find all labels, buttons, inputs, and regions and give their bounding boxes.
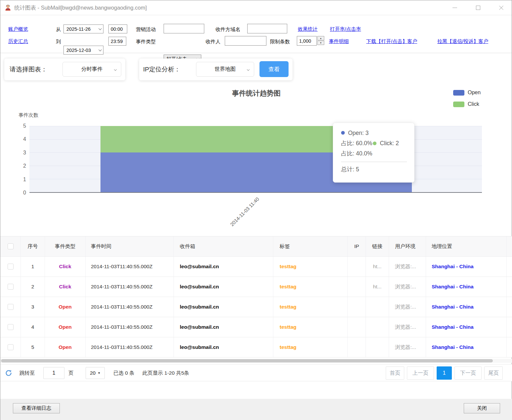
header-tag: 标签: [273, 236, 348, 256]
open-click-rate-link[interactable]: 打开率/点击率: [330, 26, 361, 32]
minimize-icon: [453, 8, 457, 8]
row-checkbox[interactable]: [8, 344, 14, 350]
page-size-select[interactable]: 20 ▼: [86, 367, 105, 379]
spinner-down-button[interactable]: ▼: [317, 41, 324, 45]
select-all-cell: [0, 236, 21, 256]
history-summary-link[interactable]: 历史汇总: [8, 38, 28, 45]
window-title: 统计图表 - SubMail[bwgd@news.bangwogaoding.c…: [14, 0, 147, 15]
geo-cell: Shanghai - China: [426, 277, 507, 297]
blacklist-customers-link[interactable]: 拉黑【退信/投诉】客户: [437, 38, 488, 45]
ip-cell: [348, 317, 366, 337]
app-window: 统计图表 - SubMail[bwgd@news.bangwogaoding.c…: [0, 0, 512, 420]
legend-item-open[interactable]: Open: [453, 90, 481, 96]
events-table: 序号 事件类型 事件时间 收件箱 标签 IP 链接 用户环境 地理位置 消 1 …: [0, 236, 512, 357]
event-time-cell: 2014-11-03T11:40:55.000Z: [86, 257, 174, 276]
scrollbar-thumb[interactable]: [1, 359, 493, 362]
chart-type-dropdown[interactable]: 分时事件: [62, 62, 121, 77]
view-log-button[interactable]: 查看详细日志: [13, 403, 60, 413]
recipient-input[interactable]: [225, 36, 266, 46]
mailbox-cell: leo@submail.cn: [174, 257, 273, 276]
download-customers-link[interactable]: 下载【打开/点击】客户: [366, 38, 417, 45]
chart-tooltip: Open: 3 占比: 60.0%Click: 2 占比: 40.0% 总计: …: [333, 123, 414, 183]
tooltip-open-line: Open: 3: [341, 128, 410, 138]
spinner-up-button[interactable]: ▲: [317, 36, 324, 40]
horizontal-scrollbar: [0, 359, 512, 363]
table-row: 4 Open 2014-11-03T11:40:55.000Z leo@subm…: [0, 317, 512, 337]
y-tick-label: 2: [23, 163, 26, 169]
env-cell: 浏览器:...: [389, 257, 426, 276]
event-trend-chart: 事件统计趋势图 Open Click 事件次数 012345 2014-11-0…: [0, 85, 512, 236]
maximize-icon: [476, 6, 480, 10]
tooltip-click-pct-line: 占比: 40.0%: [341, 148, 410, 159]
header-num: 序号: [21, 236, 45, 256]
jump-label: 跳转至: [20, 364, 35, 382]
minimize-button[interactable]: [449, 0, 460, 15]
account-overview-link[interactable]: 账户概览: [8, 26, 28, 32]
maximize-button[interactable]: [472, 0, 484, 15]
link-cell: [366, 337, 389, 357]
row-num: 4: [21, 317, 45, 337]
ip-cell: [348, 277, 366, 297]
to-date-select[interactable]: 2025-12-03: [63, 46, 103, 55]
event-time-cell: 2014-11-03T11:40:55.000Z: [86, 317, 174, 337]
geo-cell: Shanghai - China: [426, 297, 507, 317]
link-cell[interactable]: ht...: [366, 257, 389, 276]
table-row: 3 Open 2014-11-03T11:40:55.000Z leo@subm…: [0, 297, 512, 317]
header-msg: 消: [507, 236, 512, 256]
open-legend-swatch: [453, 90, 464, 96]
chevron-down-icon: [247, 68, 250, 71]
tag-cell: testtag: [273, 277, 348, 297]
last-page-button[interactable]: 尾页: [484, 366, 503, 380]
env-cell: 浏览器:...: [389, 337, 426, 357]
header-link: 链接: [366, 236, 389, 256]
tooltip-total-line: 总计: 5: [341, 164, 410, 175]
ip-map-dropdown[interactable]: 世界地图: [196, 62, 254, 77]
select-all-checkbox[interactable]: [8, 243, 14, 249]
to-label: 到: [56, 39, 61, 45]
effect-stats-link[interactable]: 效果统计: [298, 26, 318, 32]
msg-cell: oi: [507, 277, 512, 297]
geo-cell: Shanghai - China: [426, 317, 507, 337]
row-num: 5: [21, 337, 45, 357]
row-checkbox[interactable]: [8, 304, 14, 310]
msg-cell: oi: [507, 317, 512, 337]
event-type-cell: Open: [45, 337, 86, 357]
view-button[interactable]: 查看: [259, 61, 289, 77]
current-page-button[interactable]: 1: [437, 366, 452, 380]
row-checkbox[interactable]: [8, 264, 14, 270]
refresh-icon[interactable]: [5, 369, 12, 377]
legend-item-click[interactable]: Click: [453, 101, 479, 107]
ip-cell: [348, 257, 366, 276]
first-page-button[interactable]: 首页: [386, 366, 404, 380]
recipient-domain-input[interactable]: [247, 24, 287, 33]
open-dot-icon: [341, 131, 345, 135]
y-tick-label: 4: [23, 136, 26, 142]
header-geo: 地理位置: [426, 236, 507, 256]
mailbox-cell: leo@submail.cn: [174, 337, 273, 357]
row-checkbox[interactable]: [8, 284, 14, 290]
title-bar: 统计图表 - SubMail[bwgd@news.bangwogaoding.c…: [0, 0, 512, 15]
close-button[interactable]: [495, 0, 507, 15]
event-detail-link[interactable]: 事件明细: [329, 38, 349, 45]
header-mailbox: 收件箱: [174, 236, 273, 256]
recipient-domain-label: 收件方域名: [216, 26, 240, 33]
close-dialog-button[interactable]: 关闭: [464, 403, 500, 413]
from-time-input[interactable]: [108, 24, 127, 33]
mailbox-cell: leo@submail.cn: [174, 297, 273, 317]
event-time-cell: 2014-11-03T11:40:55.000Z: [86, 337, 174, 357]
next-page-button[interactable]: 下一页: [454, 366, 482, 380]
limit-input[interactable]: [297, 36, 317, 46]
campaign-input[interactable]: [164, 24, 204, 33]
page-number-input[interactable]: [43, 367, 64, 379]
to-time-input[interactable]: [108, 37, 126, 46]
ip-analysis-card: IP定位分析： 世界地图 查看: [139, 59, 293, 80]
link-cell[interactable]: ht...: [366, 277, 389, 297]
click-legend-label: Click: [468, 101, 479, 107]
from-label: 从: [56, 26, 61, 33]
row-checkbox[interactable]: [8, 324, 14, 330]
from-date-select[interactable]: 2025-11-26: [63, 24, 103, 33]
ip-cell: [348, 297, 366, 317]
prev-page-button[interactable]: 上一页: [407, 366, 434, 380]
tag-cell: testtag: [273, 317, 348, 337]
chart-select-card: 请选择图表： 分时事件: [4, 59, 125, 80]
